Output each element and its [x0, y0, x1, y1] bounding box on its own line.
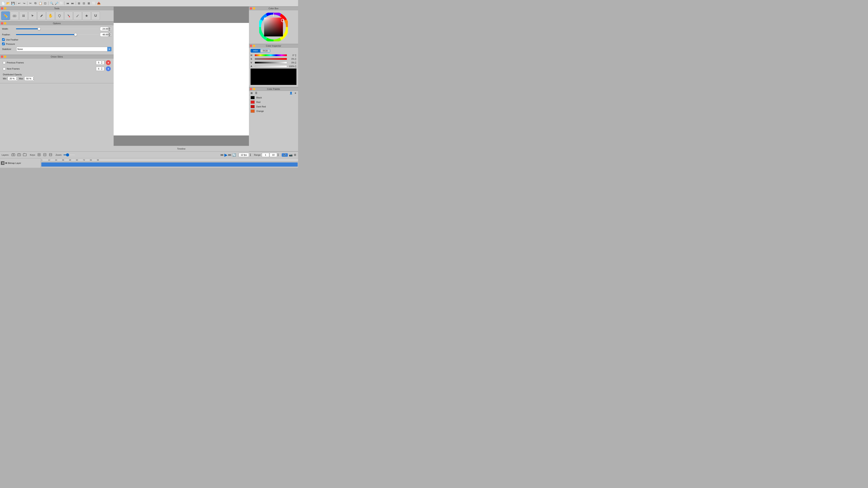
fill-tool[interactable] [64, 11, 73, 20]
color-wheel[interactable] [259, 13, 288, 41]
rgb-tab[interactable]: RGB [260, 49, 270, 53]
open-button[interactable]: 📂 [6, 1, 10, 5]
go-start-button[interactable]: ⏮ [220, 153, 223, 157]
brush-tool[interactable] [37, 11, 46, 20]
dist-max-spinner[interactable]: ▲ ▼ [24, 76, 34, 80]
hand-tool[interactable]: ✋ [46, 11, 55, 20]
eyedropper-tool[interactable] [73, 11, 82, 20]
paste-button[interactable]: 📋 [38, 1, 42, 5]
range-down[interactable]: ▼ [277, 155, 279, 157]
onion-panel-minimize[interactable]: – [4, 56, 6, 58]
h-up[interactable]: ▲ [295, 54, 297, 55]
next-frames-count[interactable] [96, 67, 101, 70]
s-down[interactable]: ▼ [295, 59, 297, 60]
width-value-input[interactable]: 24.00 [100, 28, 108, 30]
node-tool[interactable] [19, 11, 28, 20]
color-inspector-close[interactable]: × [250, 44, 252, 47]
cut-button[interactable]: ✂ [28, 1, 33, 5]
color-wheel-container[interactable] [251, 12, 297, 42]
palette-item-red[interactable]: Red [249, 100, 298, 104]
options-panel-minimize[interactable]: – [4, 22, 6, 25]
group-layer-button[interactable] [23, 153, 27, 157]
dist-min-value[interactable] [8, 77, 16, 80]
palette-grid-view[interactable]: ⊞ [250, 91, 253, 95]
copy-button[interactable]: ⧉ [33, 1, 38, 5]
h-down[interactable]: ▼ [295, 55, 297, 57]
prev-frames-down[interactable]: ▼ [101, 63, 102, 64]
a-down[interactable]: ▼ [295, 66, 297, 68]
hsv-tab[interactable]: HSV [251, 49, 260, 53]
use-feather-checkbox[interactable] [2, 38, 5, 41]
fps-input[interactable] [239, 153, 249, 157]
h-slider[interactable] [255, 54, 287, 56]
feather-down[interactable]: ▼ [108, 35, 111, 37]
lasso-tool[interactable] [55, 11, 64, 20]
pressure-checkbox[interactable] [2, 42, 5, 45]
width-up[interactable]: ▲ [108, 27, 111, 29]
eraser-tool[interactable] [10, 11, 19, 20]
add-key-button[interactable] [37, 153, 41, 157]
canvas-wrapper[interactable] [114, 23, 249, 135]
dist-min-spinner[interactable]: ▲ ▼ [8, 76, 18, 80]
color-palette-minimize[interactable]: – [253, 88, 255, 90]
width-down[interactable]: ▼ [108, 29, 111, 31]
grid3-button[interactable]: ⊠ [87, 1, 91, 5]
stabilizer-select[interactable]: None ▼ [17, 47, 112, 51]
color-box-minimize[interactable]: – [253, 7, 255, 10]
stamp-tool[interactable] [82, 11, 91, 20]
fps-up[interactable]: ▲ [250, 153, 251, 155]
min-down[interactable]: ▼ [16, 78, 18, 80]
select-button[interactable]: ⊡ [43, 1, 48, 5]
feather-spinner[interactable]: 48.00 ▲ ▼ [100, 33, 112, 37]
tools-panel-close[interactable]: × [1, 7, 3, 10]
grid2-button[interactable]: ⊟ [82, 1, 86, 5]
move-key-button[interactable] [48, 153, 53, 157]
s-slider[interactable] [255, 58, 287, 60]
zoom-out-button[interactable]: 🔎 [54, 1, 59, 5]
previous-frames-spinner[interactable]: ▲ ▼ [96, 61, 104, 65]
zoom-in-button[interactable]: 🔍 [49, 1, 54, 5]
frame-button[interactable]: ⬜ [92, 1, 96, 5]
palette-list-view[interactable]: ☰ [254, 91, 258, 95]
v-up[interactable]: ▲ [295, 61, 297, 63]
v-down[interactable]: ▼ [295, 63, 297, 64]
audio-button[interactable]: 🔊 [282, 153, 288, 157]
next-frames-checkbox[interactable] [3, 67, 5, 70]
delete-layer-button[interactable] [17, 153, 21, 157]
arrow-tool[interactable] [28, 11, 37, 20]
fit-button[interactable]: ⬜ [59, 1, 64, 5]
onion-panel-close[interactable]: × [1, 56, 3, 58]
color-inspector-minimize[interactable]: – [253, 44, 255, 47]
tools-panel-minimize[interactable]: – [4, 7, 6, 10]
undo-button[interactable]: ↩ [17, 1, 22, 5]
export-button[interactable]: 📤 [96, 1, 101, 5]
new-button[interactable]: 📄 [1, 1, 5, 5]
feather-slider-thumb[interactable] [74, 33, 77, 36]
v-slider[interactable] [255, 62, 287, 64]
next-frames-down[interactable]: ▼ [101, 69, 102, 70]
width-slider-thumb[interactable] [38, 27, 40, 30]
delete-key-button[interactable] [42, 153, 47, 157]
redo-button[interactable]: ↪ [22, 1, 26, 5]
feather-value-input[interactable]: 48.00 [100, 33, 108, 36]
palette-item-dark-red[interactable]: Dark Red [249, 104, 298, 109]
add-layer-button[interactable] [11, 153, 16, 157]
play-next-button[interactable]: ⏭ [70, 1, 75, 5]
play-prev-button[interactable]: ⏮ [65, 1, 70, 5]
a-up[interactable]: ▲ [295, 65, 297, 66]
palette-more-icon[interactable]: ≡ [293, 91, 297, 95]
palette-item-black[interactable]: Black [249, 95, 298, 100]
max-down[interactable]: ▼ [33, 78, 34, 80]
options-panel-close[interactable]: × [1, 22, 3, 25]
next-frames-spinner[interactable]: ▲ ▼ [96, 67, 104, 71]
keyframe-bar[interactable] [41, 162, 298, 167]
play-button[interactable]: ▶ [224, 153, 227, 157]
color-box-close[interactable]: × [250, 7, 252, 10]
palette-person-icon[interactable]: 👤 [289, 91, 293, 95]
previous-frames-count[interactable] [96, 61, 101, 64]
s-up[interactable]: ▲ [295, 58, 297, 59]
fps-down[interactable]: ▼ [250, 155, 251, 157]
next-frames-up[interactable]: ▲ [101, 67, 102, 69]
zoom-slider[interactable] [63, 155, 75, 155]
save-button[interactable]: 💾 [11, 1, 15, 5]
